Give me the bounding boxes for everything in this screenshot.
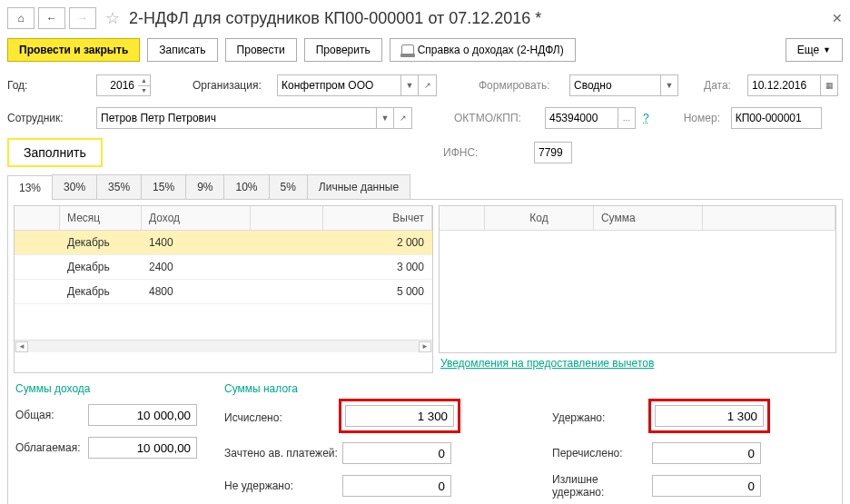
income-sums-title: Суммы дохода bbox=[15, 382, 197, 395]
more-button[interactable]: Еще ▼ bbox=[786, 38, 843, 62]
total-label: Общая: bbox=[15, 409, 88, 421]
rate-tabs: 13% 30% 35% 15% 9% 10% 5% Личные данные bbox=[7, 174, 843, 200]
org-input[interactable] bbox=[282, 79, 397, 92]
printer-icon bbox=[401, 44, 414, 55]
col-deduction: Вычет bbox=[323, 206, 432, 230]
emp-input[interactable] bbox=[101, 112, 372, 124]
close-icon[interactable]: ✕ bbox=[832, 11, 843, 25]
emp-dropdown[interactable]: ▼ bbox=[376, 107, 394, 129]
nothold-input[interactable] bbox=[342, 475, 451, 497]
forward-button[interactable]: → bbox=[69, 7, 96, 29]
transf-label: Перечислено: bbox=[552, 447, 652, 460]
scroll-right-icon[interactable]: ► bbox=[419, 341, 431, 352]
held-input[interactable] bbox=[655, 405, 764, 427]
transf-input[interactable] bbox=[652, 442, 761, 464]
oktmo-label: ОКТМО/КПП: bbox=[454, 112, 538, 124]
favorite-icon[interactable]: ☆ bbox=[105, 8, 120, 28]
tab-15[interactable]: 15% bbox=[141, 174, 186, 199]
date-label: Дата: bbox=[704, 79, 740, 92]
form-dropdown[interactable]: ▼ bbox=[660, 74, 678, 96]
emp-open[interactable]: ↗ bbox=[394, 107, 412, 129]
print-button[interactable]: Справка о доходах (2-НДФЛ) bbox=[390, 38, 576, 62]
year-up[interactable]: ▲ bbox=[138, 74, 151, 85]
table-row[interactable]: Декабрь 4800 5 000 bbox=[15, 280, 432, 304]
tab-13[interactable]: 13% bbox=[7, 175, 53, 200]
help-link[interactable]: ? bbox=[643, 112, 649, 124]
total-input[interactable] bbox=[88, 404, 197, 426]
home-button[interactable]: ⌂ bbox=[7, 7, 35, 29]
year-down[interactable]: ▼ bbox=[138, 85, 151, 97]
h-scrollbar[interactable]: ◄ ► bbox=[15, 340, 432, 352]
calc-input[interactable] bbox=[345, 405, 454, 427]
taxable-input[interactable] bbox=[88, 437, 197, 459]
year-label: Год: bbox=[7, 79, 89, 92]
tab-30[interactable]: 30% bbox=[52, 174, 97, 199]
form-label: Формировать: bbox=[479, 79, 562, 92]
advance-input[interactable] bbox=[342, 442, 451, 464]
col-month: Месяц bbox=[60, 206, 142, 230]
tab-personal[interactable]: Личные данные bbox=[307, 174, 410, 199]
tab-9[interactable]: 9% bbox=[185, 174, 224, 199]
oktmo-input[interactable] bbox=[549, 112, 614, 124]
advance-label: Зачтено ав. платежей: bbox=[224, 447, 342, 460]
table-row[interactable]: Декабрь 2400 3 000 bbox=[15, 255, 432, 280]
num-input[interactable] bbox=[736, 112, 817, 124]
post-close-button[interactable]: Провести и закрыть bbox=[7, 38, 140, 62]
deductions-grid: Код Сумма bbox=[439, 205, 836, 353]
tax-sums-title: Суммы налога bbox=[224, 382, 507, 395]
held-label: Удержано: bbox=[552, 411, 652, 424]
save-button[interactable]: Записать bbox=[147, 38, 217, 62]
income-grid: Месяц Доход Вычет Декабрь 1400 2 000 Дек… bbox=[14, 205, 433, 373]
check-button[interactable]: Проверить bbox=[304, 38, 382, 62]
org-dropdown[interactable]: ▼ bbox=[400, 74, 419, 96]
excess-label: Излишне удержано: bbox=[552, 473, 652, 499]
tab-5[interactable]: 5% bbox=[269, 174, 308, 199]
form-input[interactable] bbox=[574, 79, 657, 92]
date-picker[interactable]: ▦ bbox=[820, 74, 838, 96]
scroll-left-icon[interactable]: ◄ bbox=[15, 341, 28, 352]
fill-button[interactable]: Заполнить bbox=[7, 138, 103, 167]
excess-input[interactable] bbox=[652, 475, 761, 497]
calc-label: Исчислено: bbox=[224, 411, 342, 424]
year-input[interactable] bbox=[101, 79, 134, 92]
emp-label: Сотрудник: bbox=[7, 112, 89, 124]
nothold-label: Не удержано: bbox=[224, 479, 342, 492]
tab-10[interactable]: 10% bbox=[223, 174, 269, 199]
col-income: Доход bbox=[142, 206, 251, 230]
notice-link[interactable]: Уведомления на предоставление вычетов bbox=[439, 353, 836, 373]
ifns-input[interactable] bbox=[539, 146, 568, 159]
page-title: 2-НДФЛ для сотрудников КП00-000001 от 07… bbox=[129, 9, 541, 28]
ifns-label: ИФНС: bbox=[443, 146, 527, 159]
oktmo-select[interactable]: … bbox=[618, 107, 636, 129]
col-sum: Сумма bbox=[594, 206, 703, 230]
date-input[interactable] bbox=[752, 79, 816, 92]
post-button[interactable]: Провести bbox=[225, 38, 297, 62]
tab-35[interactable]: 35% bbox=[96, 174, 142, 199]
col-code: Код bbox=[485, 206, 594, 230]
table-row[interactable]: Декабрь 1400 2 000 bbox=[15, 231, 432, 255]
back-button[interactable]: ← bbox=[38, 7, 65, 29]
chevron-down-icon: ▼ bbox=[823, 45, 831, 54]
org-open[interactable]: ↗ bbox=[419, 74, 437, 96]
num-label: Номер: bbox=[684, 112, 724, 124]
taxable-label: Облагаемая: bbox=[15, 441, 88, 454]
org-label: Организация: bbox=[193, 79, 270, 92]
